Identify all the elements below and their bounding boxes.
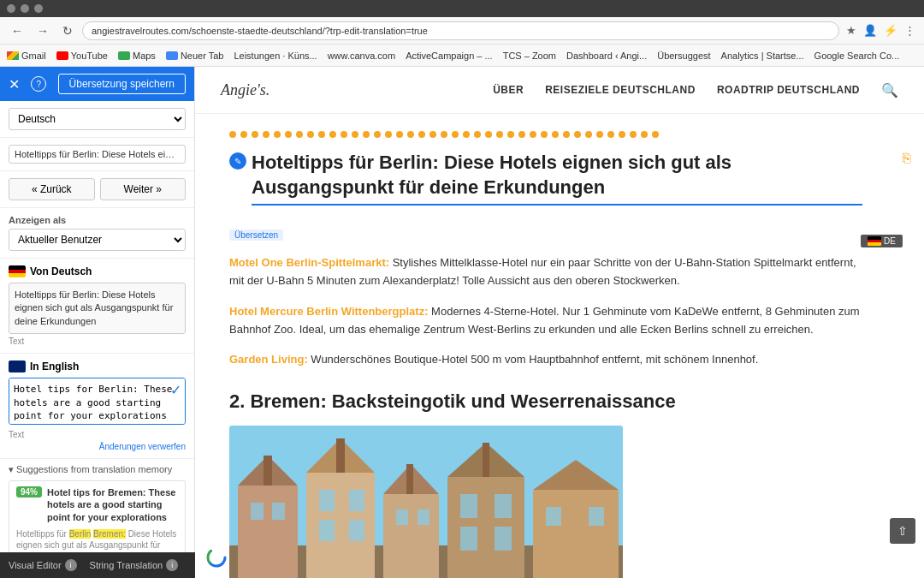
hotel-1-name: Motel One Berlin-Spittelmarkt: [229, 256, 389, 269]
section-2-heading: 2. Bremen: Backsteingotik und Weserrenai… [229, 390, 862, 413]
dot [607, 131, 614, 138]
bookmark-youtube[interactable]: YouTube [56, 51, 108, 61]
address-bar[interactable] [82, 21, 839, 40]
gmail-icon [7, 51, 19, 60]
browser-dot-1 [7, 4, 15, 13]
dot [530, 131, 536, 138]
visual-editor-label: Visual Editor [9, 560, 62, 570]
string-translation-item[interactable]: String Translation i [90, 559, 179, 571]
de-badge-label: DE [884, 236, 896, 246]
site-nav: Angie's. ÜBER REISEZIELE DEUTSCHLAND ROA… [195, 67, 924, 114]
dot [341, 131, 347, 138]
reload-button[interactable]: ↻ [58, 22, 77, 39]
de-flag-icon [868, 236, 881, 246]
nav-link-roadtrip[interactable]: ROADTRIP DEUTSCHLAND [717, 84, 860, 96]
svg-rect-29 [336, 438, 345, 473]
dot [563, 131, 570, 138]
svg-rect-31 [483, 443, 489, 477]
svg-rect-20 [460, 494, 477, 518]
tp-back-button[interactable]: « Zurück [9, 178, 95, 200]
svg-rect-13 [349, 520, 364, 541]
translate-label[interactable]: Übersetzen [229, 229, 283, 241]
site-logo: Angie's. [221, 81, 270, 99]
hotel-2-desc: Hotel Mercure Berlin Wittenbergplatz: Mo… [229, 303, 862, 339]
nav-link-uber[interactable]: ÜBER [493, 84, 524, 96]
menu-icon[interactable]: ⋮ [903, 22, 917, 39]
hotel-section-3: Garden Living: Wunderschönes Boutique-Ho… [229, 351, 862, 369]
tp-language-select[interactable]: Deutsch [9, 108, 186, 130]
dot [541, 131, 548, 138]
svg-rect-21 [495, 494, 512, 518]
de-badge[interactable]: DE [861, 235, 903, 247]
visual-editor-item[interactable]: Visual Editor i [9, 559, 77, 571]
browser-chrome [0, 0, 924, 17]
hotel-section-2: Hotel Mercure Berlin Wittenbergplatz: Mo… [229, 303, 862, 339]
svg-rect-18 [447, 477, 524, 578]
tp-source-lang-label: Von Deutsch [30, 265, 92, 277]
tp-save-button[interactable]: Übersetzung speichern [58, 74, 186, 94]
bookmark-icon[interactable]: ★ [844, 22, 858, 39]
nav-link-reiseziele[interactable]: REISEZIELE DEUTSCHLAND [545, 84, 696, 96]
tab-icon [166, 51, 178, 60]
dot [630, 131, 637, 138]
dot [518, 131, 525, 138]
bookmark-gmail[interactable]: Gmail [7, 51, 46, 61]
bookmark-ubersuggest[interactable]: Übersuggest [657, 51, 710, 61]
bookmark-dashboard[interactable]: Dashboard ‹ Angi... [566, 51, 647, 61]
search-icon[interactable]: 🔍 [881, 82, 898, 98]
bookmark-tcs[interactable]: TCS – Zoom [503, 51, 556, 61]
profile-icon[interactable]: 👤 [862, 22, 879, 39]
rss-icon[interactable]: ⎘ [903, 151, 911, 166]
dot [452, 131, 459, 138]
dot [240, 131, 247, 138]
dot [496, 131, 503, 138]
dot [429, 131, 436, 138]
scroll-to-top-button[interactable]: ⇧ [890, 518, 915, 544]
dot [329, 131, 336, 138]
dot [385, 131, 392, 138]
suggestion-score-1: 94% [16, 486, 42, 498]
tp-source-section: Von Deutsch Hoteltipps für Berlin: Diese… [0, 259, 194, 354]
bookmark-google-search[interactable]: Google Search Co... [814, 51, 900, 61]
dot [485, 131, 492, 138]
svg-rect-11 [349, 490, 364, 511]
extensions-icon[interactable]: ⚡ [882, 22, 899, 39]
tp-source-text: Hoteltipps für Berlin: Diese Hotels eign… [9, 283, 186, 334]
tp-source-type: Text [9, 337, 186, 346]
svg-rect-4 [238, 486, 298, 578]
tp-discard-link[interactable]: Änderungen verwerfen [99, 442, 186, 451]
forward-button[interactable]: → [33, 22, 53, 39]
bookmark-leistungen[interactable]: Leistungen · Küns... [234, 51, 317, 61]
suggestion-main-1: Hotel tips for Bremen: These hotels are … [47, 486, 178, 523]
hotel-3-name: Garden Living: [229, 353, 308, 366]
tp-help-button[interactable]: ? [31, 76, 46, 92]
dot [641, 131, 648, 138]
tp-string-section: Hoteltipps für Berlin: Diese Hotels eign… [0, 138, 194, 171]
bookmark-activecampaign[interactable]: ActiveCampaign – ... [406, 51, 493, 61]
svg-rect-16 [396, 509, 408, 525]
tp-suggestions-header[interactable]: ▾ Suggestions from translation memory [9, 464, 186, 475]
visual-editor-info-icon[interactable]: i [65, 559, 77, 571]
bookmark-canva[interactable]: www.canva.com [328, 51, 395, 61]
check-icon: ✓ [170, 382, 181, 398]
string-translation-info-icon[interactable]: i [166, 559, 178, 571]
svg-rect-30 [406, 464, 413, 494]
tp-target-actions: Änderungen verwerfen [9, 442, 186, 451]
back-button[interactable]: ← [7, 22, 27, 39]
dot [274, 131, 281, 138]
bookmark-analytics[interactable]: Analytics | Startse... [721, 51, 804, 61]
tp-display-select[interactable]: Aktueller Benutzer [9, 229, 186, 251]
dot [252, 131, 258, 138]
tp-target-input[interactable]: Hotel tips for Berlin: These hotels are … [9, 378, 186, 425]
dot [552, 131, 559, 138]
bookmark-neuer-tab[interactable]: Neuer Tab [166, 51, 224, 61]
dot [585, 131, 592, 138]
svg-rect-17 [418, 509, 429, 525]
dot [619, 131, 625, 138]
tp-next-button[interactable]: Weiter » [100, 178, 187, 200]
tp-string-select[interactable]: Hoteltipps für Berlin: Diese Hotels eign… [9, 145, 186, 164]
tp-target-section: In English Hotel tips for Berlin: These … [0, 354, 194, 459]
tp-close-button[interactable]: ✕ [9, 76, 20, 92]
hotel-3-text: Wunderschönes Boutique-Hotel 500 m vom H… [311, 353, 758, 366]
bookmark-maps[interactable]: Maps [118, 51, 156, 61]
